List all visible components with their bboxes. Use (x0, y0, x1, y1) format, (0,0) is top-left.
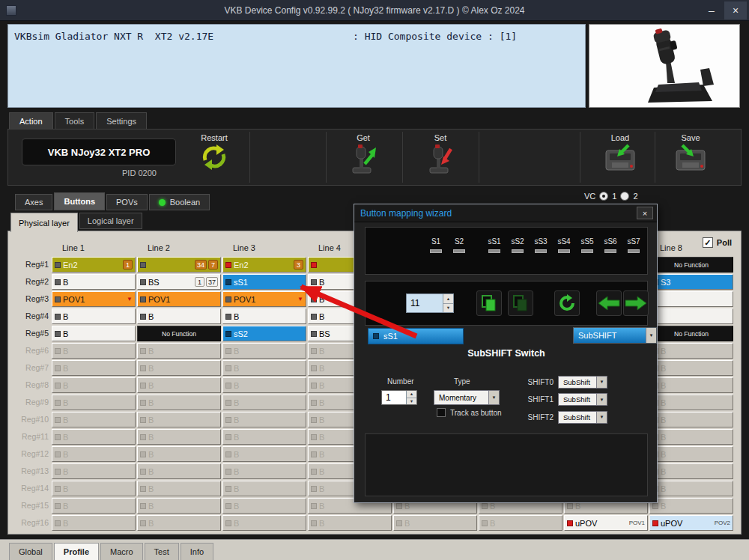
vc2-radio[interactable] (620, 192, 629, 201)
grid-cell[interactable]: B (222, 395, 306, 410)
button-number-spinner[interactable]: 11 ▲ ▼ (406, 293, 454, 313)
grid-cell[interactable]: 347 (137, 257, 221, 273)
grid-cell[interactable]: B (222, 515, 306, 531)
grid-cell[interactable]: B (649, 360, 733, 376)
grid-cell[interactable]: No Function (137, 326, 221, 341)
grid-cell[interactable]: POV1▼ (52, 291, 136, 307)
grid-cell[interactable]: B (649, 395, 733, 410)
tab-info[interactable]: Info (181, 543, 213, 560)
grid-cell[interactable]: B (222, 429, 306, 445)
tab-test[interactable]: Test (145, 543, 179, 560)
grid-cell[interactable]: B (52, 429, 136, 445)
grid-cell[interactable]: POV1▼ (222, 291, 306, 307)
grid-cell[interactable]: B (137, 377, 221, 393)
grid-cell[interactable]: B (222, 377, 306, 393)
grid-cell[interactable]: B (52, 515, 136, 531)
grid-cell[interactable]: B (649, 429, 733, 445)
grid-cell[interactable]: B (222, 360, 306, 376)
grid-cell[interactable] (649, 291, 733, 307)
grid-cell[interactable]: B (137, 463, 221, 479)
tab-macro[interactable]: Macro (100, 543, 143, 560)
grid-cell[interactable]: POV1 (137, 291, 221, 307)
grid-cell[interactable]: sS2 (222, 326, 306, 341)
grid-cell[interactable]: B (222, 498, 306, 514)
tab-boolean[interactable]: Boolean (149, 194, 210, 210)
tab-global[interactable]: Global (9, 543, 52, 560)
grid-cell[interactable]: B (137, 498, 221, 514)
grid-cell[interactable]: B (649, 412, 733, 427)
grid-cell[interactable]: B (393, 515, 477, 531)
close-button[interactable]: × (724, 1, 747, 19)
grid-cell[interactable] (649, 308, 733, 324)
tab-physical-layer[interactable]: Physical layer (10, 213, 78, 232)
grid-cell[interactable]: B (52, 481, 136, 496)
load-button[interactable]: Load (593, 133, 647, 173)
tab-povs[interactable]: POVs (106, 194, 148, 210)
previous-button[interactable] (596, 290, 622, 316)
tab-buttons[interactable]: Buttons (54, 192, 105, 210)
tab-logical-layer[interactable]: Logical layer (79, 213, 142, 229)
grid-cell[interactable]: No Function (649, 326, 733, 341)
grid-cell[interactable]: BS137 (137, 274, 221, 290)
spin-down-button[interactable]: ▼ (443, 304, 453, 313)
grid-cell[interactable]: B (137, 343, 221, 359)
spin-up-button[interactable]: ▲ (407, 391, 416, 398)
tab-action[interactable]: Action (9, 112, 53, 129)
grid-cell[interactable]: B (52, 343, 136, 359)
grid-cell[interactable]: B (137, 395, 221, 410)
grid-cell[interactable]: B (137, 515, 221, 531)
grid-cell[interactable]: uPOVPOV1 (564, 515, 648, 531)
poll-checkbox[interactable]: ✓ Poll (703, 237, 732, 248)
grid-cell[interactable]: No Function (649, 257, 733, 273)
grid-cell[interactable]: S3 (649, 274, 733, 290)
set-button[interactable]: Set (413, 133, 467, 174)
grid-cell[interactable]: B (52, 412, 136, 427)
shift-dropdown[interactable]: SubShift▼ (558, 393, 607, 406)
grid-cell[interactable]: B (222, 446, 306, 462)
grid-cell[interactable]: B (308, 515, 392, 531)
shift-dropdown[interactable]: SubShift▼ (558, 376, 607, 389)
grid-cell[interactable]: B (649, 446, 733, 462)
grid-cell[interactable]: B (649, 481, 733, 496)
grid-cell[interactable]: B (649, 463, 733, 479)
grid-cell[interactable]: B (52, 326, 136, 341)
grid-cell[interactable]: B (52, 446, 136, 462)
grid-cell[interactable]: B (649, 377, 733, 393)
copy-button[interactable] (476, 290, 502, 316)
grid-cell[interactable]: B (137, 481, 221, 496)
grid-cell[interactable]: B (649, 498, 733, 514)
grid-cell[interactable]: B (52, 463, 136, 479)
tab-settings[interactable]: Settings (96, 112, 147, 129)
track-as-button-checkbox[interactable] (437, 408, 446, 417)
grid-cell[interactable]: B (222, 463, 306, 479)
type-dropdown[interactable]: Momentary ▼ (434, 390, 500, 405)
grid-cell[interactable]: En21 (52, 257, 136, 273)
grid-cell[interactable]: B (137, 446, 221, 462)
spin-up-button[interactable]: ▲ (443, 294, 453, 304)
grid-cell[interactable]: B (222, 308, 306, 324)
grid-cell[interactable]: B (222, 343, 306, 359)
grid-cell[interactable]: B (649, 343, 733, 359)
vc1-radio[interactable] (599, 192, 608, 201)
grid-cell[interactable]: B (52, 360, 136, 376)
grid-cell[interactable]: uPOVPOV2 (649, 515, 733, 531)
grid-cell[interactable]: B (479, 515, 562, 531)
grid-cell[interactable]: B (137, 360, 221, 376)
grid-cell[interactable]: B (137, 308, 221, 324)
grid-cell[interactable]: B (222, 412, 306, 427)
tab-profile[interactable]: Profile (54, 543, 99, 560)
grid-cell[interactable]: B (52, 498, 136, 514)
next-button[interactable] (623, 290, 649, 316)
grid-cell[interactable]: B (52, 308, 136, 324)
tab-tools[interactable]: Tools (55, 112, 95, 129)
number-spinner[interactable]: 1 ▲ ▼ (381, 390, 417, 405)
grid-cell[interactable]: B (52, 395, 136, 410)
grid-cell[interactable]: En23 (222, 257, 306, 273)
dialog-titlebar[interactable]: Button mapping wizard × (354, 204, 657, 222)
grid-cell[interactable]: B (137, 412, 221, 427)
restart-button[interactable]: Restart (187, 133, 241, 171)
dialog-close-button[interactable]: × (637, 207, 653, 219)
selected-button-cell[interactable]: sS1 (368, 328, 464, 344)
spin-down-button[interactable]: ▼ (407, 398, 416, 405)
shift-dropdown[interactable]: SubShift▼ (558, 411, 607, 424)
